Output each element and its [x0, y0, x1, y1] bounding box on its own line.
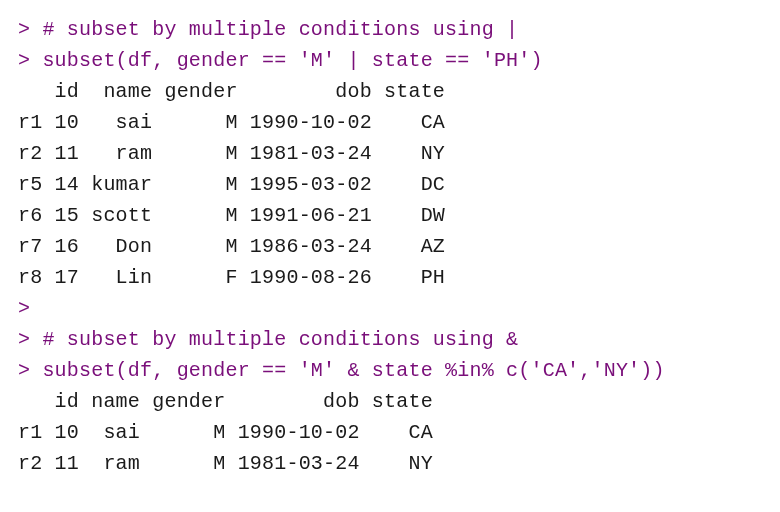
- console-code-line: >: [18, 293, 762, 324]
- console-output-line: r2 11 ram M 1981-03-24 NY: [18, 138, 762, 169]
- r-console-output: > # subset by multiple conditions using …: [18, 14, 762, 479]
- console-output-line: r1 10 sai M 1990-10-02 CA: [18, 107, 762, 138]
- console-output-line: id name gender dob state: [18, 386, 762, 417]
- console-output-line: r2 11 ram M 1981-03-24 NY: [18, 448, 762, 479]
- console-output-line: r8 17 Lin F 1990-08-26 PH: [18, 262, 762, 293]
- console-output-line: r6 15 scott M 1991-06-21 DW: [18, 200, 762, 231]
- console-output-line: r7 16 Don M 1986-03-24 AZ: [18, 231, 762, 262]
- console-output-line: id name gender dob state: [18, 76, 762, 107]
- console-code-line: > subset(df, gender == 'M' & state %in% …: [18, 355, 762, 386]
- console-code-line: > # subset by multiple conditions using …: [18, 14, 762, 45]
- console-code-line: > # subset by multiple conditions using …: [18, 324, 762, 355]
- console-output-line: r5 14 kumar M 1995-03-02 DC: [18, 169, 762, 200]
- console-code-line: > subset(df, gender == 'M' | state == 'P…: [18, 45, 762, 76]
- console-output-line: r1 10 sai M 1990-10-02 CA: [18, 417, 762, 448]
